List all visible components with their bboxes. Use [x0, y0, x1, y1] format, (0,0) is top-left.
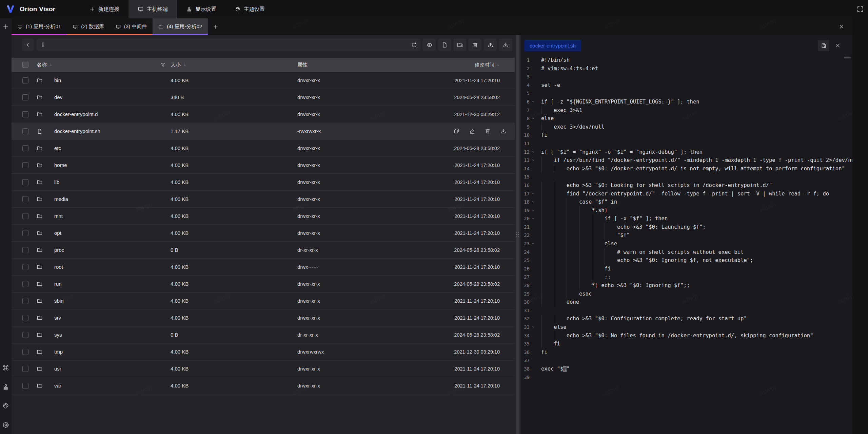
- row-checkbox[interactable]: [22, 128, 28, 134]
- row-download-button[interactable]: [500, 128, 507, 134]
- col-size[interactable]: 大小: [171, 62, 181, 68]
- preview-button[interactable]: [423, 39, 436, 51]
- file-row-sbin[interactable]: sbin4.00 KBdrwxr-xr-x2021-11-24 17:20:10: [12, 293, 515, 309]
- file-name[interactable]: var: [54, 383, 171, 389]
- file-name[interactable]: run: [54, 281, 171, 287]
- file-row-media[interactable]: media4.00 KBdrwxr-xr-x2021-11-24 17:20:1…: [12, 191, 515, 208]
- save-button[interactable]: [818, 40, 829, 51]
- row-checkbox[interactable]: [22, 264, 28, 270]
- fold-chevron-icon[interactable]: [531, 150, 535, 154]
- file-name[interactable]: sbin: [54, 298, 171, 304]
- upload-button[interactable]: [484, 39, 497, 51]
- file-name[interactable]: proc: [54, 247, 171, 253]
- panel-splitter[interactable]: [515, 35, 521, 434]
- fold-chevron-icon[interactable]: [531, 158, 535, 162]
- file-row-sys[interactable]: sys0 Bdr-xr-xr-x2024-05-28 23:58:02: [12, 326, 515, 343]
- rail-new-session-button[interactable]: [1, 22, 10, 31]
- file-name[interactable]: bin: [54, 77, 171, 83]
- row-checkbox[interactable]: [22, 77, 28, 83]
- rail-settings-button[interactable]: [1, 420, 10, 429]
- file-row-bin[interactable]: bin4.00 KBdrwxr-xr-x2021-11-24 17:20:10: [12, 72, 515, 89]
- file-name[interactable]: usr: [54, 366, 171, 372]
- file-name[interactable]: srv: [54, 315, 171, 321]
- fold-chevron-icon[interactable]: [531, 216, 535, 221]
- refresh-button[interactable]: [408, 39, 420, 51]
- col-name[interactable]: 名称: [37, 62, 47, 68]
- row-checkbox[interactable]: [22, 196, 28, 202]
- editor-scrollbar-thumb[interactable]: [844, 57, 851, 58]
- row-checkbox[interactable]: [22, 230, 28, 236]
- add-tab-button[interactable]: [208, 18, 223, 35]
- row-checkbox[interactable]: [22, 145, 28, 151]
- row-checkbox[interactable]: [22, 298, 28, 304]
- file-name[interactable]: mnt: [54, 213, 171, 219]
- menu-display-settings[interactable]: 显示设置: [177, 0, 225, 18]
- file-name[interactable]: sys: [54, 332, 171, 338]
- fold-chevron-icon[interactable]: [531, 99, 535, 104]
- file-row-proc[interactable]: proc0 Bdr-xr-xr-x2024-05-28 23:58:02: [12, 242, 515, 259]
- file-name[interactable]: opt: [54, 230, 171, 236]
- file-row-home[interactable]: home4.00 KBdrwxr-xr-x2021-11-24 17:20:10: [12, 157, 515, 174]
- row-checkbox[interactable]: [22, 349, 28, 355]
- close-all-tabs-button[interactable]: [831, 18, 852, 35]
- row-edit-button[interactable]: [469, 128, 475, 134]
- sort-icon[interactable]: [496, 62, 500, 68]
- row-delete-button[interactable]: [485, 128, 491, 134]
- editor-file-tab[interactable]: docker-entrypoint.sh: [524, 40, 581, 51]
- session-tab-3[interactable]: (3) 中间件: [110, 18, 153, 35]
- fold-chevron-icon[interactable]: [531, 241, 535, 246]
- row-checkbox[interactable]: [22, 213, 28, 219]
- file-row-docker-entrypoint.sh[interactable]: docker-entrypoint.sh1.17 KB-rwxrwxr-x: [12, 123, 515, 140]
- menu-host-terminal[interactable]: 主机终端: [129, 0, 177, 18]
- file-row-usr[interactable]: usr4.00 KBdrwxr-xr-x2021-11-24 17:20:10: [12, 360, 515, 377]
- back-button[interactable]: [22, 39, 34, 51]
- new-folder-button[interactable]: [453, 39, 466, 51]
- fold-chevron-icon[interactable]: [531, 191, 535, 196]
- row-checkbox[interactable]: [22, 315, 28, 321]
- sort-icon[interactable]: [182, 62, 186, 68]
- select-all-checkbox[interactable]: [22, 62, 28, 68]
- fullscreen-button[interactable]: [852, 0, 868, 18]
- fold-chevron-icon[interactable]: [531, 208, 535, 212]
- file-name[interactable]: tmp: [54, 349, 171, 355]
- row-checkbox[interactable]: [22, 366, 28, 372]
- filter-icon[interactable]: [160, 62, 166, 68]
- file-name[interactable]: media: [54, 196, 171, 202]
- row-checkbox[interactable]: [22, 247, 28, 253]
- row-checkbox[interactable]: [22, 383, 28, 389]
- file-row-opt[interactable]: opt4.00 KBdrwxr-xr-x2021-11-24 17:20:10: [12, 225, 515, 242]
- menu-theme-settings[interactable]: 主题设置: [225, 0, 274, 18]
- file-row-root[interactable]: root4.00 KBdrwx------2021-11-24 17:20:10: [12, 259, 515, 276]
- file-row-docker-entrypoint.d[interactable]: docker-entrypoint.d4.00 KBdrwxr-xr-x2021…: [12, 106, 515, 123]
- col-mtime[interactable]: 修改时间: [475, 62, 494, 68]
- file-row-etc[interactable]: etc4.00 KBdrwxr-xr-x2024-05-28 23:58:02: [12, 140, 515, 157]
- file-name[interactable]: dev: [54, 94, 171, 100]
- file-row-run[interactable]: run4.00 KBdrwxr-xr-x2024-05-28 23:58:02: [12, 276, 515, 293]
- file-row-tmp[interactable]: tmp4.00 KBdrwxrwxrwx2021-12-30 03:29:10: [12, 343, 515, 360]
- rail-theme-settings-button[interactable]: [1, 401, 10, 410]
- splitter-grip-icon[interactable]: [516, 232, 519, 237]
- file-row-dev[interactable]: dev340 Bdrwxr-xr-x2024-05-28 23:58:02: [12, 89, 515, 106]
- file-name[interactable]: lib: [54, 179, 171, 185]
- file-name[interactable]: docker-entrypoint.d: [54, 111, 171, 117]
- sort-icon[interactable]: [48, 62, 53, 68]
- fold-chevron-icon[interactable]: [531, 325, 535, 329]
- session-tab-4[interactable]: (4) 应用-分析02: [153, 18, 208, 35]
- delete-button[interactable]: [469, 39, 481, 51]
- row-checkbox[interactable]: [22, 162, 28, 168]
- rail-display-settings-button[interactable]: [1, 382, 10, 391]
- editor-close-button[interactable]: [832, 40, 844, 51]
- file-row-var[interactable]: var4.00 KBdrwxr-xr-x2021-11-24 17:20:10: [12, 377, 515, 394]
- file-row-mnt[interactable]: mnt4.00 KBdrwxr-xr-x2021-11-24 17:20:10: [12, 208, 515, 225]
- file-name[interactable]: etc: [54, 145, 171, 151]
- code-area[interactable]: 1#!/bin/sh2# vim:sw=4:ts=4:et34set -e56i…: [521, 56, 852, 434]
- row-checkbox[interactable]: [22, 281, 28, 287]
- file-row-lib[interactable]: lib4.00 KBdrwxr-xr-x2021-11-24 17:20:10: [12, 174, 515, 191]
- file-row-srv[interactable]: srv4.00 KBdrwxr-xr-x2021-11-24 17:20:10: [12, 309, 515, 326]
- path-input[interactable]: [37, 39, 409, 51]
- fold-chevron-icon[interactable]: [531, 116, 535, 120]
- download-button[interactable]: [499, 39, 512, 51]
- session-tab-1[interactable]: (1) 应用-分析01: [12, 18, 67, 35]
- row-checkbox[interactable]: [22, 179, 28, 185]
- row-checkbox[interactable]: [22, 111, 28, 117]
